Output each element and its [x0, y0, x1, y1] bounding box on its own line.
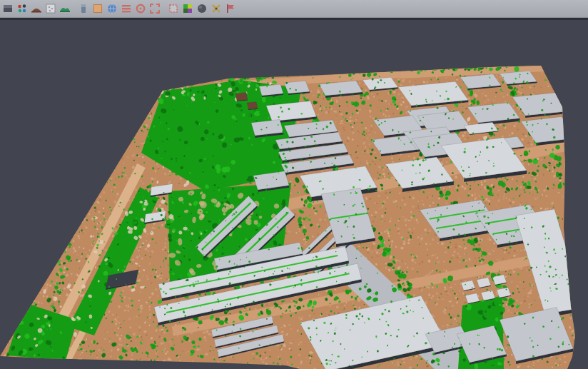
- area-select-icon[interactable]: [92, 3, 103, 14]
- point-cloud-icon[interactable]: [45, 3, 56, 14]
- clip-box-icon[interactable]: [168, 3, 179, 14]
- classification-palette-icon[interactable]: [182, 3, 193, 14]
- toolbar-separator: [162, 3, 166, 14]
- terrain-mound-icon[interactable]: [31, 3, 42, 14]
- target-ring-icon[interactable]: [135, 3, 146, 14]
- globe-icon[interactable]: [106, 3, 118, 14]
- ground-surface-icon[interactable]: [59, 3, 71, 14]
- layer-stack-icon[interactable]: [121, 3, 132, 14]
- toolbar-separator: [72, 3, 76, 14]
- selection-corners-icon[interactable]: [149, 3, 161, 14]
- toolbar-seam: [0, 18, 588, 20]
- flag-tool-icon[interactable]: [225, 3, 236, 14]
- view-cube-icon[interactable]: [2, 3, 14, 14]
- measure-cross-icon[interactable]: [211, 3, 222, 14]
- render-sphere-icon[interactable]: [196, 3, 208, 14]
- point-cloud-canvas[interactable]: [0, 0, 588, 369]
- application-window: { "app": { "name_hint": "3d-point-cloud-…: [0, 0, 588, 369]
- profile-column-icon[interactable]: [78, 3, 89, 14]
- pick-points-icon[interactable]: [16, 3, 28, 14]
- main-toolbar: [0, 0, 588, 18]
